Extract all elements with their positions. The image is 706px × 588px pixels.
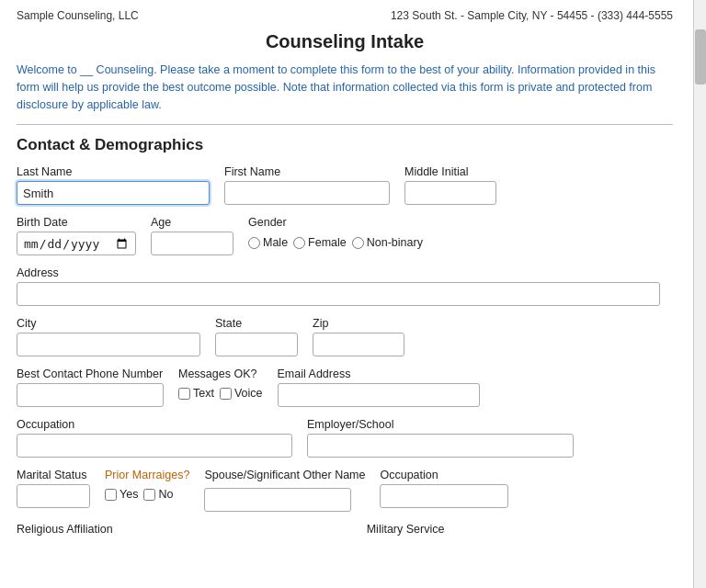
page-title: Counseling Intake	[17, 31, 673, 52]
address-label: Address	[17, 266, 660, 279]
gender-male-radio[interactable]	[248, 237, 260, 249]
messages-text-option[interactable]: Text	[178, 387, 214, 400]
company-name: Sample Counseling, LLC	[17, 9, 139, 22]
employer-input[interactable]	[307, 434, 574, 458]
religious-affiliation-label: Religious Affiliation	[17, 523, 113, 536]
messages-voice-label: Voice	[234, 387, 263, 400]
gender-nonbinary-option[interactable]: Non-binary	[352, 236, 423, 249]
marital-status-input[interactable]	[17, 484, 90, 508]
messages-voice-option[interactable]: Voice	[220, 387, 263, 400]
birth-date-input[interactable]	[17, 232, 136, 255]
city-input[interactable]	[17, 333, 200, 356]
last-name-label: Last Name	[17, 165, 210, 178]
first-name-input[interactable]	[224, 181, 390, 205]
messages-voice-checkbox[interactable]	[220, 388, 232, 400]
military-service-label: Military Service	[367, 523, 445, 536]
phone-label: Best Contact Phone Number	[17, 368, 164, 380]
age-label: Age	[151, 216, 233, 229]
messages-label: Messages OK?	[178, 368, 263, 380]
gender-male-option[interactable]: Male	[248, 236, 288, 249]
gender-female-radio[interactable]	[293, 237, 305, 249]
gender-male-label: Male	[263, 236, 288, 249]
middle-initial-label: Middle Initial	[404, 165, 496, 178]
state-input[interactable]	[215, 333, 298, 356]
birth-date-label: Birth Date	[17, 216, 136, 229]
company-address: 123 South St. - Sample City, NY - 54455 …	[391, 9, 673, 22]
messages-text-checkbox[interactable]	[178, 388, 190, 400]
middle-initial-input[interactable]	[404, 181, 496, 205]
prior-no-option[interactable]: No	[143, 488, 173, 501]
section-title-contact: Contact & Demographics	[17, 136, 673, 154]
spouse-name-input[interactable]	[204, 488, 351, 512]
scrollbar-track	[693, 0, 706, 588]
employer-label: Employer/School	[307, 418, 574, 431]
last-name-input[interactable]	[17, 181, 210, 205]
prior-yes-checkbox[interactable]	[105, 489, 117, 501]
city-label: City	[17, 317, 200, 330]
age-input[interactable]	[151, 232, 233, 255]
prior-no-label: No	[158, 488, 173, 501]
messages-text-label: Text	[193, 387, 214, 400]
prior-yes-label: Yes	[120, 488, 138, 501]
intro-text: Welcome to __ Counseling. Please take a …	[17, 62, 673, 113]
zip-input[interactable]	[313, 333, 404, 356]
prior-yes-option[interactable]: Yes	[105, 488, 138, 501]
occupation-label: Occupation	[17, 418, 292, 431]
email-label: Email Address	[278, 368, 480, 380]
gender-female-label: Female	[308, 236, 347, 249]
phone-input[interactable]	[17, 383, 164, 407]
scrollbar-thumb[interactable]	[695, 29, 706, 85]
gender-nonbinary-label: Non-binary	[367, 236, 423, 249]
divider	[17, 124, 673, 125]
prior-no-checkbox[interactable]	[143, 489, 155, 501]
spouse-name-label: Spouse/Significant Other Name	[204, 469, 365, 481]
spouse-occupation-input[interactable]	[380, 484, 508, 508]
gender-female-option[interactable]: Female	[293, 236, 347, 249]
gender-label: Gender	[248, 216, 423, 229]
first-name-label: First Name	[224, 165, 390, 178]
occupation-input[interactable]	[17, 434, 292, 458]
prior-marraiges-label: Prior Marraiges?	[105, 469, 189, 481]
address-input[interactable]	[17, 282, 660, 306]
state-label: State	[215, 317, 298, 330]
marital-status-label: Marital Status	[17, 469, 90, 481]
zip-label: Zip	[313, 317, 404, 330]
email-input[interactable]	[278, 383, 480, 407]
spouse-occupation-label: Occupation	[380, 469, 508, 481]
gender-nonbinary-radio[interactable]	[352, 237, 364, 249]
